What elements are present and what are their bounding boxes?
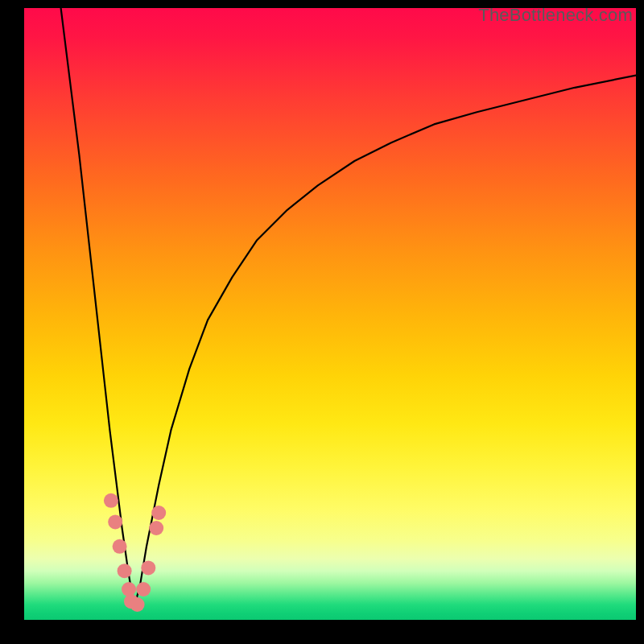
marker-point	[108, 514, 122, 529]
marker-point	[130, 597, 145, 612]
curve-layer	[24, 8, 636, 620]
curve-left-branch	[61, 8, 134, 608]
watermark-text: TheBottleneck.com	[478, 5, 633, 26]
marker-point	[113, 539, 127, 554]
marker-point	[151, 506, 166, 520]
marker-point	[122, 582, 136, 597]
marker-point	[104, 493, 118, 508]
marker-point	[149, 521, 163, 535]
chart-frame: TheBottleneck.com	[0, 0, 644, 644]
plot-area	[24, 8, 636, 620]
marker-point	[136, 582, 151, 597]
marker-point	[118, 564, 132, 578]
curve-right-branch	[134, 76, 636, 608]
marker-point	[141, 560, 155, 575]
